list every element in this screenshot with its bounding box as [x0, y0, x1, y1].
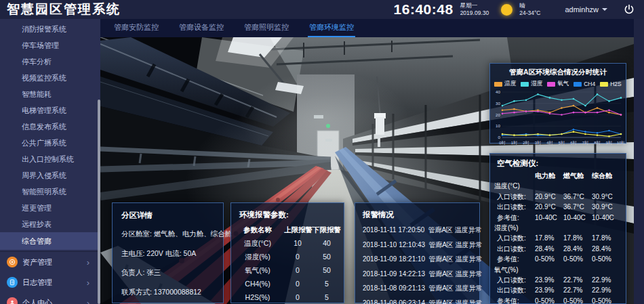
- sidebar-item-access-control[interactable]: 出入口控制系统: [0, 151, 100, 167]
- air-row-label: 出口读数:: [497, 285, 535, 295]
- main-content: 管廊安防监控 管廊设备监控 管廊照明监控 管廊环境监控: [100, 19, 634, 304]
- env-panel-title: 环境报警参数:: [231, 210, 344, 220]
- alarm-message: 管廊A区 温度异常: [428, 284, 482, 292]
- zone-label: 主电压:: [121, 249, 144, 257]
- sidebar-item-smart-lighting[interactable]: 智能照明系统: [0, 183, 100, 200]
- air-value: 30.9°C: [592, 202, 619, 212]
- alarm-row: 2018-11-10 12:10:43管廊A区 温度异常: [363, 238, 472, 253]
- zone-rows: 分区舱室: 燃气舱、电力舱、综合舱 主电压: 220V 电流: 50A 负责人:…: [121, 230, 214, 297]
- svg-text:10时: 10时: [617, 141, 624, 145]
- env-param-name: CH4(%): [231, 277, 284, 290]
- svg-text:20: 20: [496, 112, 500, 117]
- air-value: 20.9°C: [535, 202, 563, 212]
- chevron-right-icon: ›: [87, 299, 89, 304]
- top-header: 智慧园区管理系统 16:40:48 星期一 2019.09.30 晴 24-34…: [0, 0, 644, 19]
- env-param-lower: 50: [311, 263, 342, 277]
- svg-text:4时: 4时: [546, 141, 552, 145]
- sidebar-item-broadcast[interactable]: 公共广播系统: [0, 135, 100, 151]
- env-header-name: 参数名称: [231, 223, 284, 236]
- air-row-label: 参考值:: [497, 213, 535, 223]
- alarm-panel: 报警情况 2018-11-11 17:20:50管廊A区 温度异常 2018-1…: [355, 202, 480, 303]
- legend-swatch-icon: [600, 82, 608, 87]
- username: adminhzw: [565, 5, 599, 14]
- tab-lighting-monitor[interactable]: 管廊照明监控: [243, 19, 290, 37]
- zone-row: 负责人: 张三: [121, 268, 214, 278]
- legend-item[interactable]: 温度: [494, 80, 516, 88]
- power-button[interactable]: [624, 4, 635, 15]
- chart-canvas: 0102030400时1时2时3时4时5时6时7时8时9时10时: [491, 89, 624, 146]
- legend-swatch-icon: [573, 82, 582, 87]
- env-param-upper: 0: [284, 263, 311, 277]
- sidebar-item-perimeter[interactable]: 周界入侵系统: [0, 167, 100, 183]
- env-param-upper: 0: [284, 290, 311, 304]
- chevron-right-icon: ›: [87, 278, 89, 287]
- air-col-gas: 燃气舱: [563, 171, 592, 181]
- legend-item[interactable]: CH4: [573, 80, 595, 88]
- legend-label: 温度: [504, 80, 516, 88]
- tab-security-monitor[interactable]: 管廊安防监控: [113, 19, 160, 37]
- air-value: 17.8%: [592, 233, 619, 243]
- legend-label: H2S: [610, 81, 622, 87]
- sidebar-item-parking-analysis[interactable]: 停车分析: [0, 53, 100, 70]
- alarm-row: 2018-11-08 06:23:14管廊A区 温度异常: [363, 296, 472, 304]
- svg-text:2时: 2时: [523, 141, 529, 145]
- legend-swatch-icon: [494, 82, 502, 87]
- date-block: 星期一 2019.09.30: [460, 2, 489, 17]
- air-row-label: 出口读数:: [497, 202, 535, 212]
- sidebar-item-info-publish[interactable]: 信息发布系统: [0, 118, 100, 135]
- date-label: 2019.09.30: [460, 9, 489, 17]
- env-param-upper: 0: [284, 277, 311, 290]
- alarm-message: 管廊A区 温度异常: [428, 226, 481, 234]
- air-col-power: 电力舱: [535, 171, 563, 181]
- sidebar-section-logs[interactable]: 日志管理 ›: [0, 272, 100, 292]
- sidebar-item-patrol[interactable]: 巡更管理: [0, 200, 100, 216]
- air-row-label: 参考值:: [497, 254, 535, 264]
- sidebar-section-assets[interactable]: 资产管理 ›: [0, 252, 100, 272]
- sidebar-item-parking-mgmt[interactable]: 停车场管理: [0, 37, 100, 53]
- alarm-message: 管廊A区 温度异常: [428, 255, 482, 263]
- weekday-label: 星期一: [460, 2, 489, 9]
- air-value: 0-50%: [592, 254, 619, 264]
- alarm-row: 2018-11-11 17:20:50管廊A区 温度异常: [363, 223, 472, 238]
- alarm-time: 2018-11-08 06:23:14: [363, 299, 425, 304]
- svg-text:10: 10: [496, 123, 500, 128]
- user-menu[interactable]: adminhzw: [565, 5, 607, 14]
- alarm-time: 2018-11-08 09:21:13: [363, 284, 425, 292]
- alarm-row: 2018-11-09 14:22:13管廊A区 温度异常: [363, 267, 472, 282]
- air-value: 23.9%: [535, 285, 563, 295]
- chart-area: 0102030400时1时2时3时4时5时6时7时8时9时10时: [490, 89, 626, 149]
- air-value: 10-40C: [592, 213, 619, 223]
- sidebar-item-elevator[interactable]: 电梯管理系统: [0, 102, 100, 118]
- tab-equipment-monitor[interactable]: 管廊设备监控: [178, 19, 225, 37]
- sidebar-item-remote-meter[interactable]: 远程抄表: [0, 216, 100, 232]
- sidebar-item-fire-alarm[interactable]: 消防报警系统: [0, 21, 100, 37]
- air-group-name: 湿度(%): [494, 223, 619, 233]
- main-scrollbar[interactable]: [98, 100, 100, 304]
- legend-item[interactable]: 氧气: [547, 80, 569, 88]
- air-group-name: 氧气(%): [494, 265, 619, 275]
- power-icon: [624, 4, 635, 15]
- legend-item[interactable]: 湿度: [521, 80, 542, 88]
- svg-text:0: 0: [498, 135, 501, 139]
- svg-text:8时: 8时: [594, 141, 600, 145]
- legend-swatch-icon: [521, 82, 529, 87]
- sidebar-item-energy[interactable]: 智慧能耗: [0, 86, 100, 102]
- svg-text:5时: 5时: [559, 141, 565, 145]
- air-panel-title: 空气检测仪:: [497, 158, 619, 169]
- app-root: 智慧园区管理系统 16:40:48 星期一 2019.09.30 晴 24-34…: [0, 0, 644, 304]
- sidebar-sections: 资产管理 › 日志管理 › 个人中心 ›: [0, 251, 100, 304]
- zone-value: 燃气舱、电力舱、综合舱: [154, 230, 233, 238]
- svg-text:40: 40: [496, 89, 500, 94]
- sidebar-item-video-monitor[interactable]: 视频监控系统: [0, 70, 100, 86]
- sidebar-item-pipe-gallery[interactable]: 综合管廊: [0, 232, 100, 250]
- zone-panel-title: 分区详情: [121, 211, 214, 221]
- air-value: 0-50%: [535, 254, 563, 264]
- svg-text:6时: 6时: [570, 141, 576, 145]
- env-param-lower: 40: [311, 236, 342, 250]
- env-header-upper: 上限报警: [284, 223, 311, 236]
- air-detector-panel: 空气检测仪: 电力舱 燃气舱 综合舱 温度(°C) 入口读数: 20.9°C 3…: [489, 153, 626, 304]
- sidebar-section-profile[interactable]: 个人中心 ›: [0, 292, 100, 304]
- env-param-name: 湿度(%): [231, 250, 284, 263]
- tab-environment-monitor[interactable]: 管廊环境监控: [308, 19, 355, 37]
- legend-item[interactable]: H2S: [600, 80, 622, 88]
